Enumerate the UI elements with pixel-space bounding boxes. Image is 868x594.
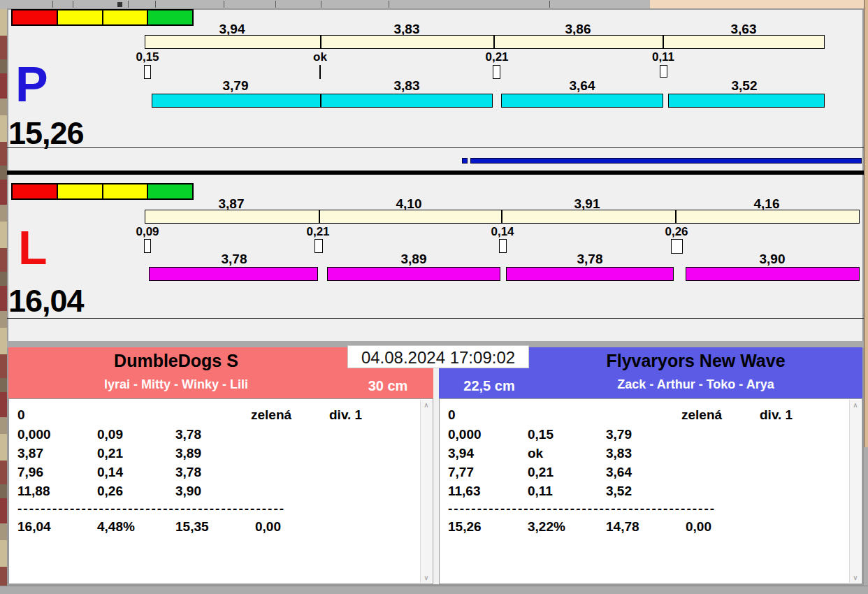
- run-number: 0: [17, 407, 25, 423]
- bar-divider: [493, 35, 495, 49]
- lane-p-bottom-bar-3: [668, 94, 825, 108]
- results-panel-right[interactable]: 0 zelená div. 1 0,000 0,15 3,79 3,94 ok …: [439, 398, 862, 584]
- change-time: 0,21: [528, 465, 554, 480]
- fault-ok-tick: [319, 65, 321, 79]
- start-light-green: [148, 184, 192, 198]
- lane-p-bottom-time-3: 3,64: [540, 78, 624, 94]
- lane-p-bottom-time-2: 3,83: [365, 78, 449, 94]
- division-label: div. 1: [760, 407, 793, 423]
- scroll-down-icon[interactable]: ∨: [421, 574, 432, 581]
- change-time: 0,11: [528, 484, 553, 499]
- divider-line: [7, 147, 864, 148]
- scrollbar[interactable]: ∧ ∨: [420, 400, 432, 583]
- lane-p-bottom-bar-2: [501, 94, 663, 108]
- color-label: zelená: [251, 407, 291, 423]
- lane-p-top-bar: [145, 35, 825, 49]
- leg-time: 3,52: [606, 484, 632, 499]
- screen: P 3,94 3,83 3,86 3,63 0,15 ok 0,21 0,11 …: [0, 0, 868, 594]
- fault-indicator-box: [671, 239, 683, 254]
- bar-divider: [320, 35, 321, 49]
- lane-l-bottom-time-2: 3,89: [372, 252, 456, 267]
- lane-l-label: L: [18, 224, 48, 271]
- lane-l-bottom-bar-2: [327, 267, 500, 281]
- lane-l-fault-4: 0,26: [649, 225, 704, 239]
- leg-time: 3,78: [175, 427, 201, 442]
- split-time: 11,88: [17, 484, 50, 499]
- race-progress-bar: [470, 158, 862, 164]
- background-window-sliver: [0, 9, 7, 586]
- total-time: 16,04: [17, 519, 51, 535]
- scroll-up-icon[interactable]: ∧: [850, 401, 861, 409]
- start-light-yellow-2: [103, 184, 149, 198]
- run-number: 0: [448, 407, 456, 423]
- change-time: 0,09: [97, 427, 123, 442]
- background-window-icon: [117, 2, 122, 7]
- status-strip: [0, 586, 868, 594]
- split-time: 7,96: [17, 465, 43, 480]
- change-time: ok: [528, 446, 543, 461]
- lane-l-bottom-time-1: 3,78: [192, 252, 276, 267]
- scroll-up-icon[interactable]: ∧: [421, 401, 432, 409]
- change-time: 0,21: [97, 446, 123, 461]
- start-light-yellow-1: [58, 184, 103, 198]
- start-lights-p: [11, 9, 194, 26]
- lane-p-label: P: [15, 60, 48, 109]
- scroll-down-icon[interactable]: ∨: [850, 574, 861, 581]
- penalty-time: 0,00: [255, 519, 281, 535]
- split-time: 7,77: [448, 465, 474, 480]
- lane-l-bottom-time-3: 3,78: [548, 252, 632, 267]
- race-timestamp: 04.08.2024 17:09:02: [347, 345, 529, 368]
- split-time: 0,000: [17, 427, 51, 442]
- split-time: 0,000: [448, 427, 482, 442]
- division-label: div. 1: [329, 407, 362, 423]
- results-divider: ----------------------------------------…: [448, 501, 716, 516]
- lane-l-bottom-time-4: 3,90: [730, 252, 814, 267]
- lane-p-fault-4: 0,11: [635, 50, 691, 64]
- lane-p-bottom-time-1: 3,79: [194, 78, 277, 94]
- leg-time: 3,79: [606, 427, 632, 442]
- leg-time: 3,83: [606, 446, 632, 461]
- fault-percent: 3,22%: [528, 519, 565, 535]
- lane-l-bottom-bar-3: [506, 267, 674, 281]
- fault-indicator-box: [144, 65, 151, 79]
- team-right-lineup: Zack - Arthur - Toko - Arya: [529, 377, 862, 392]
- split-time: 3,94: [448, 446, 474, 461]
- lane-l-fault-2: 0,21: [290, 225, 346, 239]
- lane-l-total-time: 16,04: [8, 285, 84, 317]
- start-lights-l: [11, 183, 194, 200]
- fault-indicator-box: [314, 239, 323, 253]
- start-light-yellow-1: [58, 10, 103, 24]
- start-light-green: [148, 10, 192, 24]
- start-light-yellow-2: [103, 10, 149, 24]
- lane-l-bottom-bar-4: [686, 267, 860, 281]
- scrollbar[interactable]: ∧ ∨: [849, 400, 861, 583]
- fault-indicator-box: [144, 239, 151, 253]
- leg-time: 3,89: [175, 446, 201, 461]
- fault-indicator-box: [493, 65, 500, 79]
- lane-p-fault-3: 0,21: [469, 50, 525, 64]
- change-time: 0,26: [97, 484, 123, 499]
- net-time: 15,35: [175, 519, 209, 535]
- lane-l-fault-1: 0,09: [120, 225, 175, 239]
- lane-p-fault-1: 0,15: [120, 50, 175, 64]
- team-left-jump-height: 30 cm: [353, 378, 423, 394]
- team-left-name: DumbleDogs S: [8, 351, 344, 371]
- start-light-red: [13, 184, 58, 198]
- leg-time: 3,90: [175, 484, 201, 499]
- lane-p-bottom-time-4: 3,52: [702, 78, 786, 94]
- leg-time: 3,64: [606, 465, 632, 480]
- bar-divider: [319, 210, 320, 224]
- background-window-edge: [864, 0, 868, 447]
- color-label: zelená: [681, 407, 722, 423]
- lane-l-bottom-bar-1: [149, 267, 318, 281]
- fault-indicator-box: [499, 239, 507, 253]
- results-panel-left[interactable]: 0 zelená div. 1 0,000 0,09 3,78 3,87 0,2…: [8, 398, 433, 584]
- fault-indicator-box: [660, 65, 667, 78]
- split-time: 3,87: [17, 446, 43, 461]
- background-window-edge-bottom: [864, 447, 868, 594]
- team-left-lineup: lyrai - Mitty - Winky - Lili: [8, 377, 344, 392]
- team-right-name: Flyvaryors New Wave: [529, 351, 862, 371]
- team-right-jump-height: 22,5 cm: [451, 378, 528, 394]
- lane-p-total-time: 15,26: [8, 117, 84, 150]
- net-time: 14,78: [606, 519, 639, 535]
